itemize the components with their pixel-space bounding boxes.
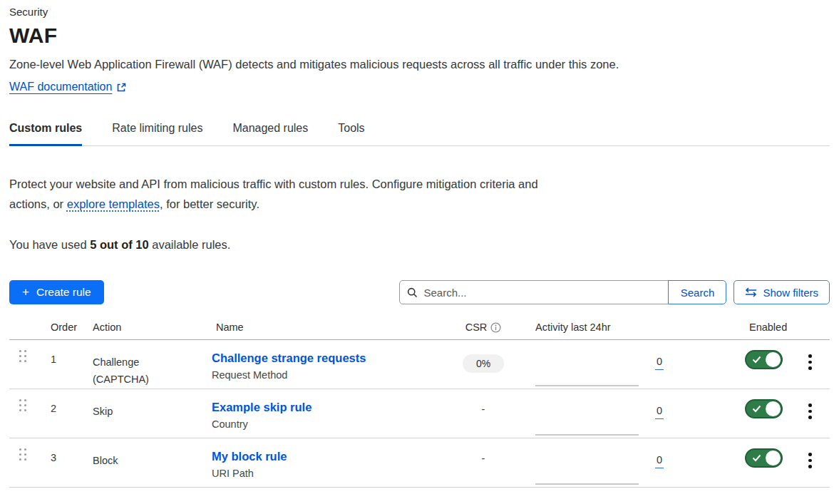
check-icon [752, 454, 761, 462]
activity-count-link[interactable]: 0 [655, 454, 664, 468]
rule-field: URI Path [212, 468, 441, 479]
enabled-cell [745, 446, 791, 468]
toggle-knob [766, 451, 781, 466]
show-filters-label: Show filters [763, 287, 818, 299]
search-input[interactable] [423, 287, 661, 299]
activity-sparkline [535, 483, 639, 485]
rule-order: 2 [43, 396, 88, 414]
create-rule-label: Create rule [36, 286, 91, 299]
toolbar: + Create rule Search [9, 280, 830, 304]
action-line1: Challenge [93, 354, 212, 371]
rules-table: Order Action Name CSR Activity last 24hr… [9, 322, 830, 488]
rule-field: Country [212, 418, 441, 430]
rule-name-cell: Challenge strange requests Request Metho… [212, 347, 441, 381]
rule-name-cell: My block rule URI Path [212, 446, 441, 479]
drag-handle-icon[interactable] [19, 448, 43, 461]
activity-count-link[interactable]: 0 [655, 356, 664, 370]
tab-managed-rules[interactable]: Managed rules [232, 115, 308, 146]
usage-prefix: You have used [9, 238, 90, 251]
table-row: 2 Skip Example skip rule Country - 0 [9, 389, 830, 438]
action-line1: Block [93, 452, 212, 469]
rule-action: Challenge (CAPTCHA) [88, 347, 212, 388]
col-action: Action [88, 322, 212, 333]
rule-action: Skip [88, 396, 212, 420]
rule-action: Block [88, 446, 212, 469]
row-menu-kebab-icon[interactable] [806, 451, 814, 470]
col-name: Name [212, 322, 441, 333]
rule-name-link[interactable]: Challenge strange requests [212, 351, 366, 364]
table-row: 1 Challenge (CAPTCHA) Challenge strange … [9, 340, 830, 389]
usage-summary: You have used 5 out of 10 available rule… [9, 238, 830, 252]
csr-label: CSR [465, 322, 488, 333]
toggle-knob [766, 352, 781, 367]
enabled-toggle[interactable] [745, 448, 783, 468]
search-group: Search Show filters [399, 280, 830, 304]
table-row: 3 Block My block rule URI Path - 0 [9, 438, 830, 488]
external-link-icon [116, 82, 127, 93]
check-icon [752, 405, 761, 413]
csr-badge: 0% [463, 354, 504, 373]
intro-text: Protect your website and API from malici… [9, 175, 540, 214]
table-header-row: Order Action Name CSR Activity last 24hr… [9, 322, 830, 340]
drag-handle-icon[interactable] [19, 350, 43, 362]
doc-link-row: WAF documentation [9, 81, 830, 93]
page-title: WAF [9, 24, 830, 48]
activity-count-link[interactable]: 0 [655, 405, 664, 419]
activity-sparkline [535, 434, 639, 436]
action-line2: (CAPTCHA) [93, 371, 212, 388]
rule-name-link[interactable]: Example skip rule [212, 401, 312, 413]
info-icon[interactable] [490, 322, 501, 333]
csr-cell: - [441, 446, 525, 464]
check-icon [752, 356, 761, 364]
rule-order: 1 [43, 347, 88, 365]
waf-page: Security WAF Zone-level Web Application … [0, 0, 839, 488]
explore-templates-link[interactable]: explore templates [67, 197, 160, 210]
intro-after: , for better security. [160, 197, 259, 210]
page-description: Zone-level Web Application Firewall (WAF… [9, 58, 830, 71]
breadcrumb: Security [9, 6, 830, 18]
rule-field: Request Method [212, 369, 441, 381]
usage-count: 5 out of 10 [90, 238, 149, 251]
col-enabled: Enabled [745, 322, 791, 333]
swap-arrows-icon [745, 287, 757, 297]
search-icon [407, 287, 418, 298]
enabled-toggle[interactable] [745, 399, 783, 418]
action-line1: Skip [93, 403, 212, 420]
col-order: Order [43, 322, 88, 333]
drag-handle-icon[interactable] [19, 399, 43, 411]
rule-name-cell: Example skip rule Country [212, 396, 441, 430]
enabled-cell [745, 347, 791, 369]
activity-count-cell: 0 [645, 396, 674, 416]
activity-cell [525, 347, 645, 389]
search-button[interactable]: Search [668, 280, 726, 304]
col-csr: CSR [441, 322, 525, 333]
row-menu-kebab-icon[interactable] [806, 401, 814, 421]
tab-custom-rules[interactable]: Custom rules [9, 115, 82, 146]
csr-cell: 0% [441, 347, 525, 373]
activity-sparkline [535, 385, 639, 386]
col-activity: Activity last 24hr [525, 322, 645, 333]
rule-name-link[interactable]: My block rule [212, 450, 287, 463]
activity-cell [525, 446, 645, 487]
usage-suffix: available rules. [149, 238, 231, 251]
row-menu-kebab-icon[interactable] [806, 352, 814, 372]
waf-documentation-link[interactable]: WAF documentation [9, 81, 112, 93]
activity-count-cell: 0 [645, 347, 674, 367]
plus-icon: + [22, 285, 29, 299]
activity-cell [525, 396, 645, 438]
enabled-toggle[interactable] [745, 350, 783, 369]
show-filters-button[interactable]: Show filters [734, 280, 830, 304]
create-rule-button[interactable]: + Create rule [9, 280, 104, 304]
csr-cell: - [441, 396, 525, 415]
toggle-knob [766, 401, 781, 416]
search-input-wrap [399, 280, 669, 304]
tab-rate-limiting-rules[interactable]: Rate limiting rules [112, 115, 202, 146]
enabled-cell [745, 396, 791, 418]
activity-count-cell: 0 [645, 446, 674, 466]
tab-tools[interactable]: Tools [338, 115, 364, 146]
tab-bar: Custom rules Rate limiting rules Managed… [9, 115, 830, 146]
rule-order: 3 [43, 446, 88, 463]
